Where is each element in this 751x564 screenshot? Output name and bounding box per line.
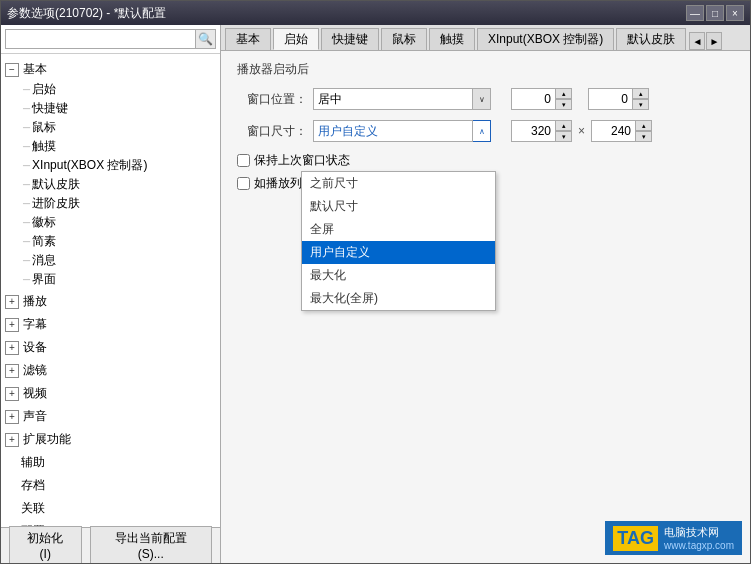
tab-nav-right[interactable]: ► [706,32,722,50]
tree-label-guanlian: 关联 [5,499,47,518]
tab-shubiao[interactable]: 鼠标 [381,28,427,50]
watermark-tag-label: TAG [613,526,658,551]
checkbox2[interactable] [237,177,250,190]
window-position-select[interactable] [313,88,473,110]
tree-leaf-jiansu[interactable]: 简素 [17,232,220,251]
tree-item-fuzhu[interactable]: 辅助 [1,451,220,474]
export-button[interactable]: 导出当前配置(S)... [90,526,212,563]
checkbox1-row: 保持上次窗口状态 [237,152,734,169]
tree-item-lvjing[interactable]: + 滤镜 [1,359,220,382]
spinbox-height-down[interactable]: ▾ [636,131,652,142]
tabs-bar: 基本 启始 快捷键 鼠标 触摸 XInput(XBOX 控制器) 默认皮肤 ◄ … [221,25,750,51]
dropdown-item-4[interactable]: 最大化 [302,264,495,287]
tab-kuaijiejian[interactable]: 快捷键 [321,28,379,50]
window-title: 参数选项(210702) - *默认配置 [7,5,166,22]
window-size-row: 窗口尺寸： ∧ ▴ ▾ × [237,120,734,142]
tree-children-basic: 启始 快捷键 鼠标 触摸 XInput(XBOX 控制器) 默认皮肤 进阶皮肤 … [1,80,220,289]
spinbox-pos-x-down[interactable]: ▾ [556,99,572,110]
tree-leaf-label: 消息 [32,252,56,269]
tree-leaf-jinjie-pifu[interactable]: 进阶皮肤 [17,194,220,213]
spinbox-pos-y-up[interactable]: ▴ [633,88,649,99]
expand-icon-bofang[interactable]: + [5,295,19,309]
tree-item-extension[interactable]: + 扩展功能 [1,428,220,451]
tree-leaf-label: 鼠标 [32,119,56,136]
right-panel: 基本 启始 快捷键 鼠标 触摸 XInput(XBOX 控制器) 默认皮肤 ◄ … [221,25,750,563]
close-button[interactable]: × [726,5,744,21]
tree-item-shengyin[interactable]: + 声音 [1,405,220,428]
cross-label: × [572,124,591,138]
tree-leaf-chumu[interactable]: 触摸 [17,137,220,156]
expand-icon-extension[interactable]: + [5,433,19,447]
spinbox-pos-y-btns: ▴ ▾ [633,88,649,110]
window-size-dropdown-arrow[interactable]: ∧ [473,120,491,142]
tree-item-shebei[interactable]: + 设备 [1,336,220,359]
spinbox-width-up[interactable]: ▴ [556,120,572,131]
tree-item-shipin[interactable]: + 视频 [1,382,220,405]
tree-leaf-qishi[interactable]: 启始 [17,80,220,99]
spinbox-pos-y-down[interactable]: ▾ [633,99,649,110]
tab-moren-pifu[interactable]: 默认皮肤 [616,28,686,50]
dropdown-item-3[interactable]: 用户自定义 [302,241,495,264]
window-size-select[interactable] [313,120,473,142]
tree-leaf-label: 进阶皮肤 [32,195,80,212]
spinbox-height-input[interactable] [591,120,636,142]
watermark-url: www.tagxp.com [664,540,734,551]
dropdown-item-0[interactable]: 之前尺寸 [302,172,495,195]
tree-label-fuzhu: 辅助 [5,453,47,472]
tree-leaf-label: 简素 [32,233,56,250]
expand-icon-shebei[interactable]: + [5,341,19,355]
tree-leaf-moren-pifu[interactable]: 默认皮肤 [17,175,220,194]
tree-leaf-label: 快捷键 [32,100,68,117]
expand-icon-basic[interactable]: − [5,63,19,77]
spinbox-width-input[interactable] [511,120,556,142]
spinbox-pos-y-input[interactable] [588,88,633,110]
init-button[interactable]: 初始化(I) [9,526,82,563]
spinbox-height: ▴ ▾ [591,120,652,142]
dropdown-item-5[interactable]: 最大化(全屏) [302,287,495,310]
expand-icon-shipin[interactable]: + [5,387,19,401]
tab-chumu[interactable]: 触摸 [429,28,475,50]
dropdown-item-2[interactable]: 全屏 [302,218,495,241]
spinbox-height-up[interactable]: ▴ [636,120,652,131]
tree-leaf-label: 启始 [32,81,56,98]
tab-basic[interactable]: 基本 [225,28,271,50]
tree-leaf-kuaijiejian[interactable]: 快捷键 [17,99,220,118]
tree-leaf-huibiao[interactable]: 徽标 [17,213,220,232]
tree-item-zimu[interactable]: + 字幕 [1,313,220,336]
dropdown-item-1[interactable]: 默认尺寸 [302,195,495,218]
search-button[interactable]: 🔍 [196,29,216,49]
tree-item-basic[interactable]: − 基本 启始 快捷键 鼠标 触摸 XInput(XBOX 控制器) 默认皮肤 … [1,58,220,290]
expand-icon-lvjing[interactable]: + [5,364,19,378]
tab-nav-left[interactable]: ◄ [689,32,705,50]
tree-leaf-label: 默认皮肤 [32,176,80,193]
dropdown-overlay: 之前尺寸 默认尺寸 全屏 用户自定义 最大化 最大化(全屏) [301,171,496,311]
tree-leaf-xinput[interactable]: XInput(XBOX 控制器) [17,156,220,175]
window-position-row: 窗口位置： ∨ ▴ ▾ [237,88,734,110]
tree-leaf-shubiao[interactable]: 鼠标 [17,118,220,137]
tree-leaf-xiaoxi[interactable]: 消息 [17,251,220,270]
expand-icon-zimu[interactable]: + [5,318,19,332]
content-area: 🔍 − 基本 启始 快捷键 鼠标 触摸 XInput(XBOX 控制器) [1,25,750,563]
spinbox-pos-x-up[interactable]: ▴ [556,88,572,99]
spinbox-pos-y: ▴ ▾ [588,88,649,110]
tree-leaf-jiemian[interactable]: 界面 [17,270,220,289]
spinbox-width: ▴ ▾ [511,120,572,142]
tab-xinput[interactable]: XInput(XBOX 控制器) [477,28,614,50]
spinbox-pos-x-input[interactable] [511,88,556,110]
spinbox-width-down[interactable]: ▾ [556,131,572,142]
search-input[interactable] [5,29,196,49]
tab-qishi[interactable]: 启始 [273,28,319,50]
maximize-button[interactable]: □ [706,5,724,21]
tree-item-cundang[interactable]: 存档 [1,474,220,497]
search-icon: 🔍 [198,32,213,46]
tree-item-bofang[interactable]: + 播放 [1,290,220,313]
expand-icon-shengyin[interactable]: + [5,410,19,424]
spinbox-width-btns: ▴ ▾ [556,120,572,142]
title-bar: 参数选项(210702) - *默认配置 — □ × [1,1,750,25]
checkbox1[interactable] [237,154,250,167]
tree-label-bofang: 播放 [21,292,49,311]
tree-item-guanlian[interactable]: 关联 [1,497,220,520]
window-position-dropdown-arrow[interactable]: ∨ [473,88,491,110]
minimize-button[interactable]: — [686,5,704,21]
watermark-site-name: 电脑技术网 [664,525,734,540]
